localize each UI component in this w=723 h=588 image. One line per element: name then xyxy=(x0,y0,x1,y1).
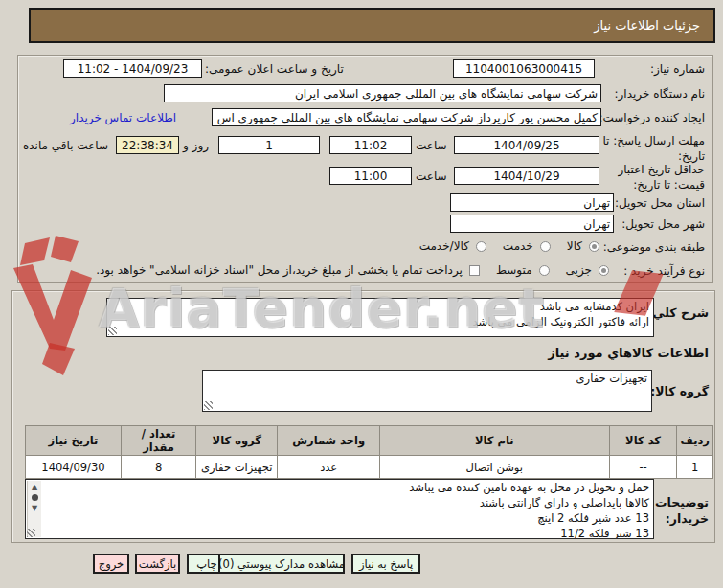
col-need-date: تاریخ نیاز xyxy=(26,426,122,456)
items-table: ردیف کد کالا نام کالا واحد شمارش گروه کا… xyxy=(25,425,713,479)
treasury-checkbox-group[interactable]: پرداخت تمام یا بخشی از مبلغ خرید،از محل … xyxy=(96,263,480,277)
announce-label: تاریخ و ساعت اعلان عمومی: xyxy=(205,62,344,76)
radio-icon[interactable] xyxy=(539,265,550,276)
radio-icon[interactable] xyxy=(599,265,609,276)
items-panel: شرح کلي نیاز: ایران کدمشابه می باشد ارائ… xyxy=(11,290,715,543)
category-options: کالا خدمت کالا/خدمت xyxy=(419,239,599,253)
col-item-code: کد کالا xyxy=(609,426,677,456)
back-button[interactable]: بازگشت xyxy=(135,554,180,574)
group-label: گروه کالا: xyxy=(650,384,709,398)
group-value: تجهیزات حفاری xyxy=(203,371,651,386)
need-number-field[interactable]: 1104001063000415 xyxy=(453,59,595,78)
process-option-jozii[interactable]: جزیی xyxy=(566,263,609,277)
price-validity-hour-label: ساعت xyxy=(416,170,447,183)
process-label: نوع فرآیند خرید : xyxy=(623,264,705,278)
price-validity-date-field[interactable]: 1404/10/29 xyxy=(454,167,599,185)
radio-icon[interactable] xyxy=(476,241,486,252)
radio-icon[interactable] xyxy=(540,241,551,252)
scroll-up-icon[interactable]: ▲ xyxy=(32,482,37,492)
checkbox-icon[interactable] xyxy=(469,265,480,276)
col-group: گروه کالا xyxy=(196,426,278,456)
exit-button[interactable]: خروج xyxy=(93,554,129,574)
city-label: شهر محل تحویل: xyxy=(621,217,705,231)
treasury-checkbox-label: پرداخت تمام یا بخشی از مبلغ خرید،از محل … xyxy=(96,263,463,277)
resize-grip-icon[interactable] xyxy=(204,401,213,410)
province-field[interactable]: تهران xyxy=(450,193,614,212)
deadline-date-field[interactable]: 1404/09/25 xyxy=(454,136,599,154)
buyer-org-field[interactable]: شرکت سهامی نمایشگاه های بین المللی جمهور… xyxy=(164,84,601,102)
process-option-motevaset-label: متوسط xyxy=(496,263,532,277)
page-title: جزئیات اطلاعات نیاز xyxy=(594,18,700,33)
group-textarea[interactable]: تجهیزات حفاری xyxy=(202,370,652,412)
announce-field[interactable]: 1404/09/23 - 11:02 xyxy=(63,59,202,78)
notes-line: حمل و تحویل در محل به عهده تامین کننده م… xyxy=(42,480,653,495)
category-option-khadamat[interactable]: خدمت xyxy=(503,239,551,253)
col-item-name: نام کالا xyxy=(379,426,609,456)
category-label: طبقه بندی موضوعی: xyxy=(603,240,705,254)
deadline-label: مهلت ارسال پاسخ: تا تاریخ: xyxy=(598,133,705,164)
description-line: ایران کدمشابه می باشد xyxy=(107,299,653,314)
category-option-khadamat-label: خدمت xyxy=(503,239,533,253)
deadline-countdown: 22:38:34 xyxy=(116,136,179,154)
category-option-kala[interactable]: کالا xyxy=(567,239,599,253)
scroll-down-icon[interactable]: ▼ xyxy=(32,503,37,513)
cell-group: تجهیزات حفاری xyxy=(196,456,278,479)
description-line: ارائه فاکتور الکترونیک الزامی می باشد xyxy=(107,314,653,329)
process-options: جزیی متوسط پرداخت تمام یا بخشی از مبلغ خ… xyxy=(96,263,609,277)
table-row[interactable]: 1 -- بوشن اتصال عدد تجهیزات حفاری 8 1404… xyxy=(26,456,713,479)
deadline-days-field[interactable]: 1 xyxy=(218,136,320,154)
deadline-remaining-label: ساعت باقي مانده xyxy=(23,139,108,152)
attachments-button[interactable]: مشاهده مدارک پیوستي (0) xyxy=(218,554,345,574)
items-table-header-row: ردیف کد کالا نام کالا واحد شمارش گروه کا… xyxy=(26,426,713,456)
buyer-contact-link[interactable]: اطلاعات تماس خریدار xyxy=(70,111,176,124)
category-option-kala-khadamat-label: کالا/خدمت xyxy=(419,239,469,253)
need-number-label: شماره نیاز: xyxy=(650,62,705,76)
deadline-hour-label: ساعت xyxy=(416,139,447,152)
notes-line: کالاها بایداصلی و دارای گارانتی باشند xyxy=(42,495,653,510)
cell-need-date: 1404/09/30 xyxy=(26,456,122,479)
col-radif: ردیف xyxy=(677,426,713,456)
cell-item-code: -- xyxy=(609,456,677,479)
province-label: استان محل تحویل: xyxy=(615,196,705,210)
request-info-panel: شماره نیاز: 1104001063000415 تاریخ و ساع… xyxy=(17,55,713,283)
category-option-kala-label: کالا xyxy=(567,239,582,253)
radio-icon[interactable] xyxy=(589,241,599,252)
description-textarea[interactable]: ایران کدمشابه می باشد ارائه فاکتور الکتر… xyxy=(106,298,654,337)
respond-button[interactable]: پاسخ به نیاز xyxy=(351,554,420,574)
cell-unit: عدد xyxy=(278,456,380,479)
col-unit: واحد شمارش xyxy=(278,426,380,456)
notes-line: 13 شیر فلکه 11/2 xyxy=(42,526,653,539)
tender-detail-page: { "window": { "title": "جزئیات اطلاعات ن… xyxy=(0,0,723,588)
resize-grip-icon[interactable] xyxy=(27,529,35,537)
deadline-time-field[interactable]: 11:02 xyxy=(329,136,412,154)
requester-field[interactable]: کمیل محسن پور کارپرداز شرکت سهامی نمایشگ… xyxy=(212,108,601,126)
cell-radif: 1 xyxy=(677,456,713,479)
requester-label: ایجاد کننده درخواست: xyxy=(599,111,705,124)
notes-textarea[interactable]: حمل و تحویل در محل به عهده تامین کننده م… xyxy=(25,479,654,539)
price-validity-time-field[interactable]: 11:00 xyxy=(329,167,412,185)
category-option-kala-khadamat[interactable]: کالا/خدمت xyxy=(419,239,486,253)
col-qty: تعداد / مقدار xyxy=(121,426,195,456)
resize-grip-icon[interactable] xyxy=(108,327,117,335)
process-option-motevaset[interactable]: متوسط xyxy=(496,263,550,277)
buyer-org-label: نام دستگاه خریدار: xyxy=(615,87,706,101)
process-option-jozii-label: جزیی xyxy=(566,263,592,277)
cell-qty: 8 xyxy=(121,456,195,479)
city-field[interactable]: تهران xyxy=(450,215,614,233)
notes-line: 13 عدد شیر فلکه 2 اینچ xyxy=(42,510,653,526)
items-section-title: اطلاعات کالاهاي مورد نیاز xyxy=(548,346,709,360)
cell-item-name: بوشن اتصال xyxy=(379,456,609,479)
window-title-bar: جزئیات اطلاعات نیاز xyxy=(29,8,715,43)
price-validity-label: حداقل تاریخ اعتبار قیمت: تا تاریخ: xyxy=(592,162,705,192)
deadline-days-label: روز و xyxy=(183,139,209,152)
scroll-thumb[interactable] xyxy=(32,494,38,501)
